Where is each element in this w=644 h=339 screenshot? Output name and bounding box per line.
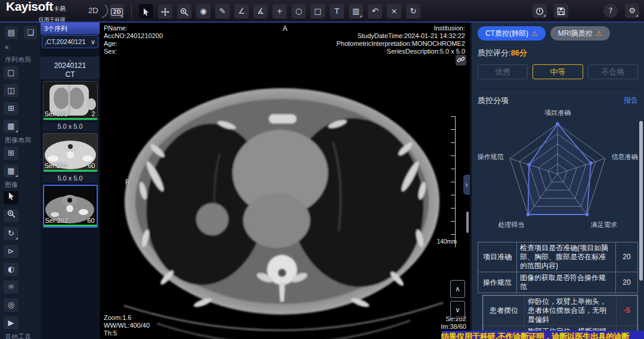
angle-tool[interactable]: ∠ bbox=[234, 4, 249, 18]
ct-axial-image bbox=[100, 23, 470, 339]
series-layout-1x1[interactable]: □ bbox=[4, 66, 18, 79]
stack-scrollbar[interactable] bbox=[466, 212, 469, 233]
qc-panel-scrollbar[interactable] bbox=[639, 121, 643, 281]
series-layout-1x2[interactable]: ◫ bbox=[4, 84, 18, 97]
window-level-tool[interactable]: ◉ bbox=[196, 4, 210, 18]
help-button[interactable]: ? bbox=[603, 4, 618, 18]
grade-fail-button[interactable]: 不合格 bbox=[588, 64, 638, 79]
sidebar-icon-grid: ↻⊳◐☼◎▶ bbox=[0, 191, 41, 329]
sidebar-section-label: 图像布局 bbox=[0, 133, 41, 147]
thumbnail-loaded-bar bbox=[44, 118, 97, 120]
grade-excellent-button[interactable]: 优秀 bbox=[478, 64, 528, 79]
qc-grade-buttons: 优秀 中等 不合格 bbox=[478, 64, 638, 79]
qc-tabs: CT质控(肺部) ⚠ MRI脑质控 ⚠ bbox=[478, 26, 638, 41]
zoom-window-overlay: Zoom:1.6 WW/WL:400/40 Th:5 bbox=[104, 314, 150, 337]
qc-table-row: 项目准确检查项目是否准确(项目如脑部、胸部、腹部是否在标准的范围内容)20 bbox=[478, 242, 638, 272]
qc-score-label: 质控评分: bbox=[478, 48, 511, 57]
thumbnail-ser-101[interactable]: Ser:1012 bbox=[43, 81, 98, 120]
save-button[interactable] bbox=[554, 4, 568, 18]
image-layout-3x3[interactable]: ▦ bbox=[4, 164, 18, 178]
thumbnail-list: Ser:10125.0 x 5.0Ser:201605.0 x 5.0Ser:2… bbox=[41, 81, 100, 228]
logo-subtitle: 仅用于科研 bbox=[6, 14, 66, 26]
warning-icon: ⚠ bbox=[596, 26, 602, 41]
thumbnail-image-count: 2 bbox=[91, 110, 95, 117]
reset-view-tool[interactable]: ↻ bbox=[406, 4, 420, 18]
cobb-angle-tool[interactable]: ∡ bbox=[253, 4, 268, 18]
sidebar-section-label: 图像 bbox=[0, 178, 41, 191]
grade-medium-button[interactable]: 中等 bbox=[532, 64, 583, 79]
delete-annotation-tool[interactable]: × bbox=[387, 4, 401, 18]
tab-ct-qc[interactable]: CT质控(肺部) ⚠ bbox=[478, 26, 546, 41]
dropdown-caret bbox=[543, 14, 546, 17]
undo-tool[interactable]: ↶ bbox=[368, 4, 382, 18]
about-button[interactable] bbox=[532, 4, 547, 18]
qc-panel: CT质控(肺部) ⚠ MRI脑质控 ⚠ 质控评分:86分 优秀 中等 不合格 质… bbox=[472, 23, 644, 339]
collapse-sidebar-button[interactable]: « bbox=[0, 42, 41, 52]
dropdown-caret bbox=[16, 130, 18, 132]
study-group-dot: , bbox=[41, 57, 100, 61]
logo-cn-text: 卡易 bbox=[54, 5, 66, 12]
qc-radar-chart: 项目准确信息准确满足需求处理得当操作规范 bbox=[478, 107, 638, 240]
report-link[interactable]: 报告 bbox=[624, 95, 638, 106]
toolbar-main-group: 2D◉✎∠∡+○□T▥↶×↻ bbox=[110, 4, 420, 19]
clipboard-icon[interactable]: ❏ bbox=[24, 26, 37, 39]
text-annotation-tool[interactable]: T bbox=[330, 4, 344, 18]
thumbnail-series-desc: 5.0 x 5.0 bbox=[42, 122, 98, 131]
image-viewport[interactable]: PName: AccNO:2401210200 Age: Sex: A Inst… bbox=[100, 23, 470, 339]
thumbnail-ser-201[interactable]: Ser:20160 bbox=[43, 133, 98, 172]
report-list-icon[interactable]: ▤ bbox=[5, 26, 18, 39]
thumbnail-loaded-bar bbox=[44, 225, 97, 226]
mode-2d-button[interactable]: 2D bbox=[110, 4, 124, 18]
sidebar-section-label: 其他工具 bbox=[0, 329, 41, 339]
scroll-down-button[interactable]: ∨ bbox=[450, 301, 465, 319]
chevron-down-icon: ∨ bbox=[91, 36, 95, 48]
svg-text:项目准确: 项目准确 bbox=[544, 109, 571, 116]
series-thumbnail-panel: 3个序列 ,CT,20240121 ∨ , 20240121 CT Ser:10… bbox=[41, 23, 100, 339]
thumbnail-series-number: Ser:201 bbox=[45, 162, 68, 169]
pan-tool[interactable] bbox=[158, 4, 172, 18]
cursor-tool[interactable] bbox=[139, 4, 153, 18]
cursor-tool[interactable] bbox=[4, 191, 18, 204]
scale-ruler-label: 140mm bbox=[437, 238, 457, 245]
toolbar-separator bbox=[131, 4, 132, 19]
penalty-score: -5 bbox=[624, 306, 630, 315]
link-sync-icon[interactable] bbox=[456, 55, 466, 66]
dropdown-caret bbox=[636, 14, 638, 17]
sidebar-icon-grid: ⊞▦ bbox=[0, 147, 41, 178]
thumbnail-ser-202[interactable]: Ser:20260 bbox=[43, 185, 98, 228]
zoom-in-tool[interactable] bbox=[177, 4, 191, 18]
invert-tool[interactable]: ◐ bbox=[4, 263, 18, 276]
rotate-flip-tool[interactable]: ↻ bbox=[4, 227, 18, 240]
series-layout-3x3[interactable]: ▦ bbox=[4, 120, 18, 133]
logo-text: Kayisoft bbox=[6, 0, 53, 13]
settings-button[interactable]: ⚙ bbox=[625, 4, 639, 18]
sidebar-top-icons: ▤❏ bbox=[0, 25, 41, 42]
cine-play-tool[interactable]: ▶ bbox=[4, 316, 18, 329]
panel-expand-handle[interactable]: › bbox=[463, 175, 470, 195]
histogram-tool[interactable]: ▥ bbox=[349, 4, 363, 18]
magnify-tool[interactable] bbox=[4, 209, 18, 222]
toolbar-system-group bbox=[532, 4, 568, 18]
qc-score: 质控评分:86分 bbox=[478, 48, 638, 58]
app-window: Kayisoft卡易 仅用于科研 2D 2D◉✎∠∡+○□T▥↶×↻ ?⚙ ▤❏… bbox=[0, 0, 644, 339]
point-marker-tool[interactable]: + bbox=[273, 4, 287, 18]
scale-ruler bbox=[451, 116, 456, 247]
rect-roi-tool[interactable]: □ bbox=[311, 4, 325, 18]
dropdown-caret bbox=[360, 15, 362, 17]
disclaimer-marquee: 结果仅用于科研,不作诊断证明，诊断以医生出具的诊断 bbox=[441, 331, 644, 339]
pencil-measure-tool[interactable]: ✎ bbox=[215, 4, 230, 18]
study-selector-dropdown[interactable]: ,CT,20240121 ∨ bbox=[42, 35, 98, 48]
qc-subitems-header: 质控分项 报告 bbox=[478, 89, 638, 106]
image-layout-2x2[interactable]: ⊞ bbox=[4, 147, 18, 160]
svg-text:信息准确: 信息准确 bbox=[611, 153, 637, 160]
dropdown-caret bbox=[16, 175, 18, 177]
disclaimer-text: 结果仅用于科研,不作诊断证明，诊断以医生出具的诊断 bbox=[441, 332, 630, 339]
scroll-stack-tool[interactable]: ⊳ bbox=[4, 245, 18, 258]
tab-mri-qc[interactable]: MRI脑质控 ⚠ bbox=[550, 26, 610, 41]
target-tool[interactable]: ◎ bbox=[4, 298, 18, 312]
scroll-up-button[interactable]: ∧ bbox=[450, 280, 465, 298]
series-layout-2x2[interactable]: ⊞ bbox=[4, 102, 18, 115]
ellipse-roi-tool[interactable]: ○ bbox=[292, 4, 306, 18]
dropdown-caret bbox=[16, 237, 18, 240]
brightness-tool[interactable]: ☼ bbox=[4, 281, 18, 294]
